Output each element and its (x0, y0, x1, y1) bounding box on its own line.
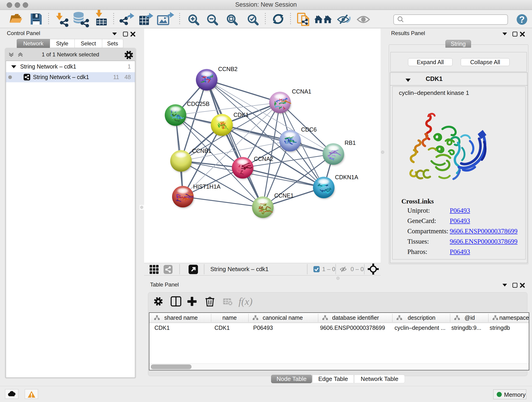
svg-text:CCNA2: CCNA2 (254, 156, 273, 162)
svg-text:CDC6: CDC6 (301, 126, 317, 133)
svg-text:CCNB2: CCNB2 (218, 66, 238, 72)
svg-text:CCNA1: CCNA1 (292, 88, 311, 95)
svg-text:String Network – cdk1: String Network – cdk1 (210, 266, 268, 273)
svg-text:CCNB1: CCNB1 (192, 148, 211, 154)
svg-text:CDKN1A: CDKN1A (335, 174, 358, 180)
svg-text:0 – 0: 0 – 0 (351, 266, 364, 273)
svg-text:CDC25B: CDC25B (187, 101, 210, 107)
svg-text:1 – 0: 1 – 0 (322, 266, 336, 273)
svg-text:RB1: RB1 (345, 140, 356, 146)
svg-text:CDK1: CDK1 (234, 112, 249, 118)
svg-text:CCNE1: CCNE1 (274, 192, 294, 199)
svg-text:HIST1H1A: HIST1H1A (193, 183, 221, 190)
svg-text:f(x): f(x) (239, 296, 253, 307)
svg-text:?: ? (519, 14, 525, 25)
